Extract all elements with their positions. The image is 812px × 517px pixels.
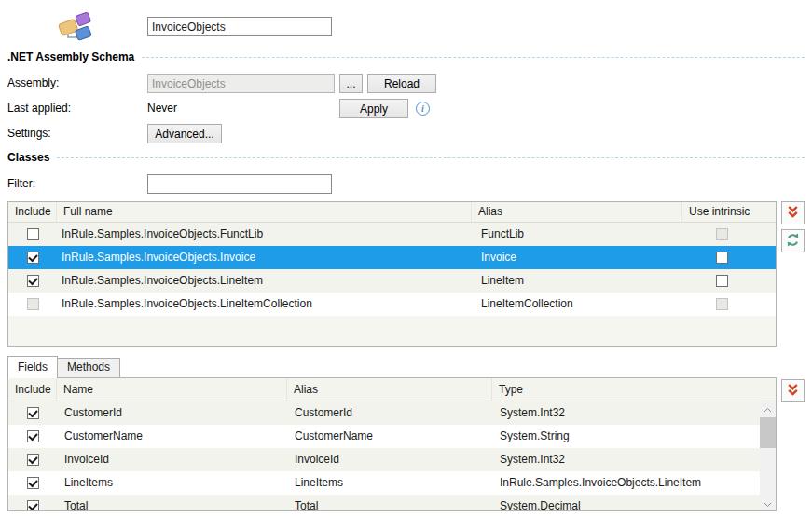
include-checkbox[interactable] xyxy=(27,454,39,466)
field-type: InRule.Samples.InvoiceObjects.LineItem xyxy=(492,471,776,495)
refresh-classes-button[interactable] xyxy=(781,229,805,252)
include-checkbox[interactable] xyxy=(27,275,39,287)
field-name: Total xyxy=(57,495,287,511)
field-type: System.Decimal xyxy=(492,495,776,511)
include-checkbox[interactable] xyxy=(27,407,39,419)
field-type: System.String xyxy=(492,425,776,448)
field-alias: CustomerId xyxy=(287,401,492,425)
field-alias: InvoiceId xyxy=(287,448,492,471)
field-name: CustomerId xyxy=(57,401,287,425)
assembly-label: Assembly: xyxy=(7,76,59,89)
schema-name-input[interactable] xyxy=(147,17,332,36)
classes-section-header: Classes xyxy=(7,151,805,164)
class-row[interactable]: InRule.Samples.InvoiceObjects.LineItemCo… xyxy=(8,293,776,316)
field-alias: CustomerName xyxy=(287,425,492,448)
check-all-classes-button[interactable] xyxy=(781,201,805,224)
class-row[interactable]: InRule.Samples.InvoiceObjects.Invoice In… xyxy=(8,246,776,269)
info-icon[interactable]: i xyxy=(416,102,430,116)
filter-input[interactable] xyxy=(147,174,332,194)
column-header-include[interactable]: Include xyxy=(8,378,57,401)
classes-table-empty-area xyxy=(8,316,776,346)
refresh-icon xyxy=(785,232,801,251)
column-header-full-name[interactable]: Full name xyxy=(57,202,472,222)
field-row[interactable]: Total Total System.Decimal xyxy=(8,495,776,511)
column-header-include[interactable]: Include xyxy=(8,202,57,222)
fields-table: Include Name Alias Type CustomerId Custo… xyxy=(7,377,777,511)
section-divider xyxy=(142,57,805,58)
include-checkbox[interactable] xyxy=(27,228,39,240)
include-checkbox[interactable] xyxy=(27,500,39,511)
include-checkbox[interactable] xyxy=(27,430,39,442)
classes-section-title: Classes xyxy=(7,151,49,164)
field-name: InvoiceId xyxy=(57,448,287,471)
advanced-button[interactable]: Advanced... xyxy=(147,124,222,143)
assembly-cubes-icon xyxy=(56,7,93,46)
tab-methods[interactable]: Methods xyxy=(57,358,120,377)
apply-button[interactable]: Apply xyxy=(339,99,408,118)
check-all-fields-button[interactable] xyxy=(781,379,805,402)
column-header-type[interactable]: Type xyxy=(492,378,776,401)
include-checkbox xyxy=(27,298,39,310)
field-row[interactable]: InvoiceId InvoiceId System.Int32 xyxy=(8,448,776,471)
red-double-chevron-icon xyxy=(785,204,801,223)
section-divider xyxy=(57,157,805,158)
class-row[interactable]: InRule.Samples.InvoiceObjects.FunctLib F… xyxy=(8,223,776,246)
field-row[interactable]: CustomerId CustomerId System.Int32 xyxy=(8,401,776,425)
field-alias: LineItems xyxy=(287,471,492,495)
class-alias: LineItemCollection xyxy=(472,293,682,316)
scrollbar-track[interactable] xyxy=(760,415,776,497)
reload-button[interactable]: Reload xyxy=(367,74,436,93)
field-alias: Total xyxy=(287,495,492,511)
red-double-chevron-icon xyxy=(785,382,801,401)
field-row[interactable]: LineItems LineItems InRule.Samples.Invoi… xyxy=(8,471,776,495)
class-full-name: InRule.Samples.InvoiceObjects.LineItemCo… xyxy=(57,293,472,316)
assembly-section-title: .NET Assembly Schema xyxy=(7,50,134,63)
class-full-name: InRule.Samples.InvoiceObjects.LineItem xyxy=(57,269,472,293)
column-header-alias[interactable]: Alias xyxy=(472,202,682,222)
class-row[interactable]: InRule.Samples.InvoiceObjects.LineItem L… xyxy=(8,269,776,293)
class-alias: Invoice xyxy=(472,246,682,269)
include-checkbox[interactable] xyxy=(27,252,39,264)
fields-table-scrollbar[interactable] xyxy=(760,401,776,510)
scrollbar-thumb[interactable] xyxy=(760,417,776,448)
use-intrinsic-checkbox[interactable] xyxy=(716,275,728,287)
field-type: System.Int32 xyxy=(492,448,776,471)
assembly-section-header: .NET Assembly Schema xyxy=(7,50,805,63)
scroll-up-button[interactable] xyxy=(760,401,776,415)
assembly-schema-editor: .NET Assembly Schema Assembly: ... Reloa… xyxy=(0,0,812,517)
field-row[interactable]: CustomerName CustomerName System.String xyxy=(8,425,776,448)
use-intrinsic-checkbox xyxy=(716,298,728,310)
assembly-path-input xyxy=(147,74,335,93)
classes-table: Include Full name Alias Use intrinsic In… xyxy=(7,201,777,347)
field-name: LineItems xyxy=(57,471,287,495)
tab-fields[interactable]: Fields xyxy=(7,356,58,378)
class-alias: FunctLib xyxy=(472,223,682,246)
column-header-name[interactable]: Name xyxy=(57,378,287,401)
class-full-name: InRule.Samples.InvoiceObjects.Invoice xyxy=(57,246,472,269)
class-full-name: InRule.Samples.InvoiceObjects.FunctLib xyxy=(57,223,472,246)
column-header-use-intrinsic[interactable]: Use intrinsic xyxy=(682,202,776,222)
classes-table-header: Include Full name Alias Use intrinsic xyxy=(8,202,776,223)
use-intrinsic-checkbox[interactable] xyxy=(716,252,728,264)
last-applied-value: Never xyxy=(147,102,177,115)
scroll-down-icon xyxy=(764,497,772,510)
scroll-down-button[interactable] xyxy=(760,497,776,510)
field-type: System.Int32 xyxy=(492,401,776,425)
use-intrinsic-checkbox xyxy=(716,228,728,240)
include-checkbox[interactable] xyxy=(27,477,39,489)
fields-table-header: Include Name Alias Type xyxy=(8,378,776,401)
last-applied-label: Last applied: xyxy=(7,102,71,115)
class-alias: LineItem xyxy=(472,269,682,293)
browse-button[interactable]: ... xyxy=(339,74,363,93)
settings-label: Settings: xyxy=(7,127,51,140)
field-name: CustomerName xyxy=(57,425,287,448)
filter-label: Filter: xyxy=(7,177,35,190)
column-header-alias[interactable]: Alias xyxy=(287,378,492,401)
scroll-up-icon xyxy=(764,402,772,415)
